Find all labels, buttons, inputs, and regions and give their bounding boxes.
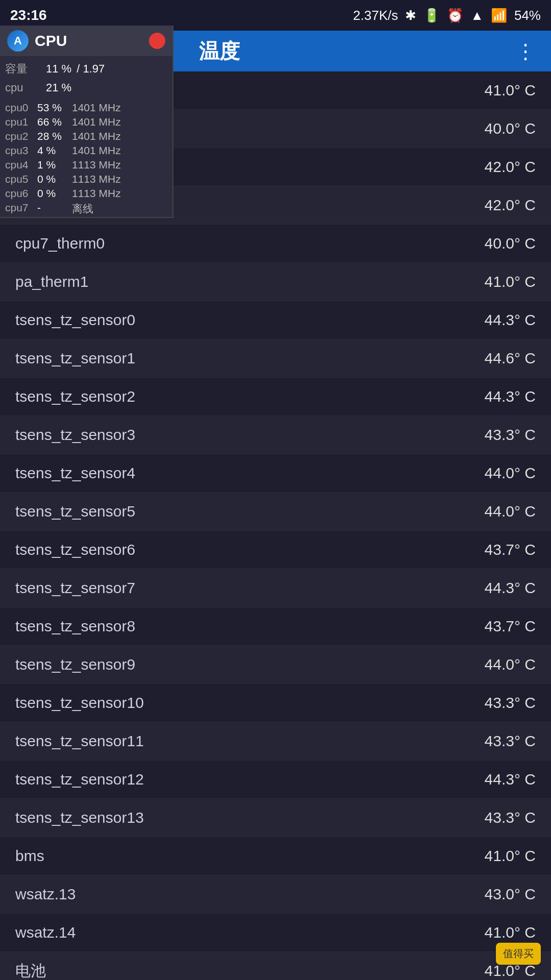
- sensor-temp: 42.0° C: [444, 158, 536, 176]
- capacity-label: 容量: [5, 59, 41, 78]
- sensor-name: tsens_tz_sensor0: [15, 311, 135, 329]
- sensor-temp: 43.3° C: [444, 426, 536, 444]
- cpu-core-row: cpu053 %1401 MHz: [0, 101, 172, 115]
- battery-icon: 🔋: [423, 8, 440, 23]
- sensor-temp: 42.0° C: [444, 197, 536, 214]
- record-button[interactable]: [149, 33, 165, 49]
- sensor-name: tsens_tz_sensor6: [15, 541, 135, 558]
- sensor-temp: 44.3° C: [444, 311, 536, 329]
- status-time: 23:16: [10, 7, 47, 23]
- sensor-row: pa_therm1 41.0° C: [0, 263, 551, 301]
- sensor-row: cpu7_therm0 40.0° C: [0, 225, 551, 263]
- sensor-row: tsens_tz_sensor2 44.3° C: [0, 378, 551, 416]
- cpu-overlay-header: A CPU: [0, 26, 172, 56]
- capacity-value: 11 %: [46, 59, 71, 78]
- sensor-name: tsens_tz_sensor3: [15, 426, 135, 444]
- sensor-name: tsens_tz_sensor11: [15, 732, 144, 750]
- sensor-temp: 41.0° C: [444, 273, 536, 290]
- status-right: 2.37K/s ✱ 🔋 ⏰ ▲ 📶 54%: [353, 8, 541, 23]
- sensor-row: tsens_tz_sensor8 43.7° C: [0, 607, 551, 646]
- sensor-row: bms 41.0° C: [0, 837, 551, 875]
- cpu-core-row: cpu7-离线: [0, 201, 172, 217]
- sensor-temp: 43.0° C: [444, 886, 536, 903]
- sensor-row: tsens_tz_sensor7 44.3° C: [0, 569, 551, 607]
- sensor-row: wsatz.14 41.0° C: [0, 914, 551, 952]
- sensor-name: tsens_tz_sensor5: [15, 503, 135, 520]
- toolbar-title: 温度: [199, 37, 240, 65]
- cpu-core-row: cpu228 %1401 MHz: [0, 129, 172, 143]
- sensor-temp: 40.0° C: [444, 235, 536, 252]
- app-icon: A: [7, 30, 29, 52]
- sensor-row: tsens_tz_sensor10 43.3° C: [0, 684, 551, 722]
- sensor-temp: 44.3° C: [444, 771, 536, 788]
- cpu-cores-container: cpu053 %1401 MHzcpu166 %1401 MHzcpu228 %…: [0, 101, 172, 217]
- sensor-row: tsens_tz_sensor13 43.3° C: [0, 799, 551, 837]
- sensor-temp: 44.3° C: [444, 579, 536, 597]
- sensor-temp: 44.0° C: [444, 464, 536, 482]
- sensor-name: tsens_tz_sensor10: [15, 694, 144, 712]
- sensor-row: tsens_tz_sensor9 44.0° C: [0, 646, 551, 684]
- cpu-overlay-panel: A CPU 容量 11 % / 1.97 cpu 21 % cpu053 %14…: [0, 26, 173, 218]
- sensor-row: tsens_tz_sensor11 43.3° C: [0, 722, 551, 761]
- sensor-name: tsens_tz_sensor7: [15, 579, 135, 597]
- sensor-row: 电池 41.0° C: [0, 952, 551, 980]
- sensor-row: tsens_tz_sensor5 44.0° C: [0, 493, 551, 531]
- sensor-row: tsens_tz_sensor6 43.7° C: [0, 531, 551, 569]
- sensor-temp: 44.0° C: [444, 503, 536, 520]
- sensor-name: tsens_tz_sensor2: [15, 388, 135, 405]
- sensor-name: tsens_tz_sensor9: [15, 656, 135, 673]
- sensor-temp: 41.0° C: [444, 847, 536, 865]
- wifi-icon: ▲: [470, 8, 484, 23]
- sensor-temp: 44.6° C: [444, 350, 536, 367]
- cpu-core-row: cpu60 %1113 MHz: [0, 186, 172, 201]
- sensor-temp: 43.7° C: [444, 618, 536, 635]
- sensor-name: tsens_tz_sensor1: [15, 350, 135, 367]
- sensor-row: tsens_tz_sensor3 43.3° C: [0, 416, 551, 454]
- sensor-row: tsens_tz_sensor12 44.3° C: [0, 761, 551, 799]
- cpu-core-row: cpu41 %1113 MHz: [0, 158, 172, 172]
- sensor-row: tsens_tz_sensor0 44.3° C: [0, 301, 551, 339]
- cpu-core-row: cpu34 %1401 MHz: [0, 143, 172, 158]
- sensor-name: tsens_tz_sensor13: [15, 809, 144, 826]
- sensor-name: 电池: [15, 961, 46, 981]
- sensor-name: wsatz.14: [15, 924, 76, 941]
- cpu-stats-panel: 容量 11 % / 1.97 cpu 21 %: [0, 56, 172, 101]
- capacity-total: / 1.97: [77, 59, 105, 78]
- network-speed: 2.37K/s: [353, 8, 398, 23]
- sensor-row: tsens_tz_sensor4 44.0° C: [0, 454, 551, 493]
- cpu-label: cpu: [5, 78, 41, 97]
- sensor-temp: 41.0° C: [444, 962, 536, 979]
- sensor-temp: 43.7° C: [444, 541, 536, 558]
- sensor-row: wsatz.13 43.0° C: [0, 875, 551, 914]
- sensor-temp: 44.0° C: [444, 656, 536, 673]
- cpu-overlay-title: CPU: [35, 32, 143, 50]
- sensor-name: cpu7_therm0: [15, 235, 105, 252]
- sensor-name: pa_therm1: [15, 273, 88, 290]
- capacity-row: 容量 11 % / 1.97: [5, 59, 167, 78]
- sensor-name: wsatz.13: [15, 886, 76, 903]
- sensor-name: tsens_tz_sensor12: [15, 771, 144, 788]
- cpu-core-row: cpu50 %1113 MHz: [0, 172, 172, 186]
- signal-icon: 📶: [491, 8, 507, 23]
- sensor-temp: 43.3° C: [444, 732, 536, 750]
- watermark: 值得买: [496, 943, 541, 965]
- alarm-icon: ⏰: [447, 8, 463, 23]
- sensor-temp: 41.0° C: [444, 82, 536, 99]
- sensor-temp: 40.0° C: [444, 120, 536, 137]
- more-options-button[interactable]: ⋮: [515, 39, 536, 63]
- bluetooth-icon: ✱: [405, 8, 416, 23]
- sensor-row: tsens_tz_sensor1 44.6° C: [0, 339, 551, 378]
- sensor-temp: 43.3° C: [444, 694, 536, 712]
- sensor-name: bms: [15, 847, 44, 865]
- battery-percent: 54%: [514, 8, 541, 23]
- sensor-temp: 41.0° C: [444, 924, 536, 941]
- sensor-temp: 44.3° C: [444, 388, 536, 405]
- sensor-temp: 43.3° C: [444, 809, 536, 826]
- sensor-name: tsens_tz_sensor8: [15, 618, 135, 635]
- cpu-value: 21 %: [46, 78, 71, 97]
- cpu-row: cpu 21 %: [5, 78, 167, 97]
- cpu-core-row: cpu166 %1401 MHz: [0, 115, 172, 129]
- sensor-name: tsens_tz_sensor4: [15, 464, 135, 482]
